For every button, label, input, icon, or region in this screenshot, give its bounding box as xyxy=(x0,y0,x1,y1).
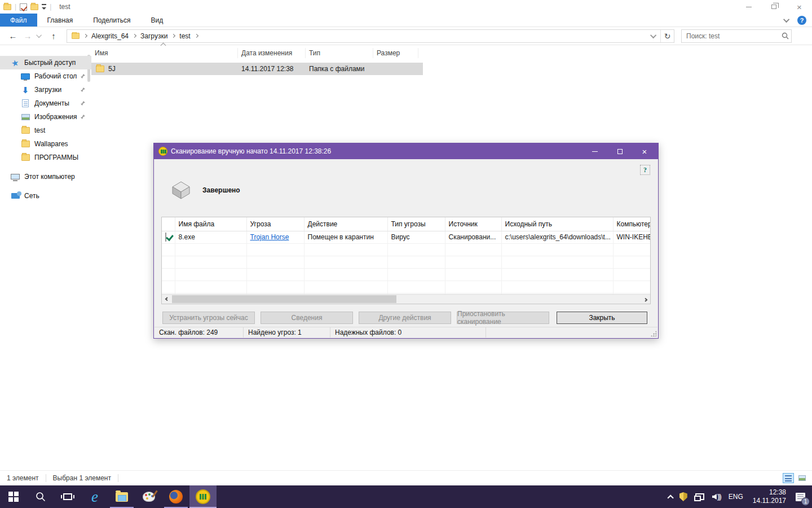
tab-view[interactable]: Вид xyxy=(140,14,173,27)
refresh-icon[interactable]: ↻ xyxy=(660,30,674,42)
column-name[interactable]: Имя xyxy=(91,48,238,58)
help-icon[interactable]: ? xyxy=(797,16,806,25)
sidebar-item-documents[interactable]: Документы xyxy=(0,97,91,110)
tab-share[interactable]: Поделиться xyxy=(83,14,140,27)
minimize-button[interactable] xyxy=(736,0,761,14)
task-view-button[interactable] xyxy=(54,485,81,508)
close-icon: × xyxy=(797,3,802,11)
breadcrumb-segment[interactable]: Alexgrits_64 xyxy=(91,32,129,40)
column-action[interactable]: Действие xyxy=(304,217,387,231)
details-view-button[interactable] xyxy=(783,473,794,483)
tab-file[interactable]: Файл xyxy=(0,14,37,27)
dialog-maximize-button[interactable] xyxy=(607,143,632,159)
breadcrumb-segment[interactable]: Загрузки xyxy=(140,32,167,40)
quarantined-file-icon xyxy=(165,233,166,242)
dialog-minimize-button[interactable] xyxy=(582,143,607,159)
up-button[interactable]: ↑ xyxy=(46,31,61,41)
dialog-titlebar[interactable]: Сканирование вручную начато 14.11.2017 1… xyxy=(154,143,658,159)
tray-network-button[interactable] xyxy=(691,485,708,508)
tab-home[interactable]: Главная xyxy=(37,14,83,27)
scroll-left-icon[interactable] xyxy=(162,295,171,304)
sidebar-item-this-pc[interactable]: Этот компьютер xyxy=(0,170,91,183)
threat-row[interactable]: 8.exe Trojan Horse Помещен в карантин Ви… xyxy=(162,231,651,243)
sidebar-item-test[interactable]: test xyxy=(0,124,91,137)
folder-icon xyxy=(21,141,30,147)
folder-icon xyxy=(72,33,80,39)
sidebar-item-programs[interactable]: ПРОГРАММЫ xyxy=(0,151,91,164)
search-box[interactable] xyxy=(681,29,792,43)
address-bar[interactable]: Alexgrits_64 Загрузки test ↻ xyxy=(67,29,674,43)
sidebar-item-quick-access[interactable]: ★ Быстрый доступ xyxy=(0,56,91,69)
empty-row xyxy=(162,281,651,293)
sidebar-item-pictures[interactable]: Изображения xyxy=(0,110,91,124)
column-icon[interactable] xyxy=(162,217,175,231)
tray-shield-button[interactable] xyxy=(676,485,691,508)
column-headers: Имя Дата изменения Тип Размер xyxy=(91,46,812,60)
taskbar-ie-button[interactable]: e xyxy=(81,485,108,508)
recent-locations-icon[interactable] xyxy=(35,34,44,38)
ribbon-tabs: Файл Главная Поделиться Вид ? xyxy=(0,14,812,27)
dialog-help-icon[interactable]: ? xyxy=(640,165,650,175)
column-date-modified[interactable]: Дата изменения xyxy=(238,48,306,58)
new-folder-icon[interactable] xyxy=(30,4,38,10)
pause-scan-button: Приостановить сканирование xyxy=(457,312,549,324)
column-type[interactable]: Тип xyxy=(306,48,373,58)
sidebar-item-downloads[interactable]: ⬇ Загрузки xyxy=(0,83,91,97)
thumbnails-view-button[interactable] xyxy=(796,473,807,483)
taskbar-escan-button[interactable] xyxy=(189,485,217,508)
column-source[interactable]: Источник xyxy=(445,217,501,231)
escan-logo-icon xyxy=(158,147,167,156)
column-path[interactable]: Исходный путь xyxy=(501,217,613,231)
threat-source: Сканировани... xyxy=(445,231,501,243)
sidebar-item-wallapares[interactable]: Wallapares xyxy=(0,137,91,151)
speaker-waves-icon: ))) xyxy=(717,493,721,501)
dialog-statusbar: Скан. файлов: 249 Найдено угроз: 1 Надеж… xyxy=(155,327,657,338)
clock[interactable]: 12:38 14.11.2017 xyxy=(747,488,792,505)
table-header-row: Имя файла Угроза Действие Тип угрозы Ист… xyxy=(162,217,651,231)
dialog-close-button[interactable]: × xyxy=(632,143,657,159)
action-center-button[interactable]: 1 xyxy=(792,485,812,508)
taskbar-explorer-button[interactable] xyxy=(108,485,135,508)
language-indicator[interactable]: ENG xyxy=(725,485,747,508)
column-size[interactable]: Размер xyxy=(373,48,418,58)
escan-icon xyxy=(196,489,210,504)
taskbar-search-button[interactable] xyxy=(27,485,54,508)
horizontal-scrollbar[interactable] xyxy=(162,294,650,304)
back-button[interactable]: ← xyxy=(6,31,20,41)
file-row-selected[interactable]: 5J 14.11.2017 12:38 Папка с файлами xyxy=(91,63,423,75)
close-button[interactable]: × xyxy=(787,0,812,14)
time: 12:38 xyxy=(753,488,786,497)
scan-status-label: Завершено xyxy=(202,186,240,194)
resize-grip[interactable] xyxy=(651,331,656,336)
properties-icon[interactable] xyxy=(20,3,27,11)
sidebar-item-desktop[interactable]: Рабочий стол xyxy=(0,69,91,83)
expand-ribbon-icon[interactable] xyxy=(783,16,789,23)
threats-found-stat: Найдено угроз: 1 xyxy=(244,327,330,338)
disk-icon xyxy=(171,181,191,200)
start-button[interactable] xyxy=(0,485,27,508)
tray-volume-button[interactable]: ))) xyxy=(708,485,725,508)
quick-access-star-icon: ★ xyxy=(11,58,20,67)
breadcrumb-segment[interactable]: test xyxy=(179,32,190,40)
pictures-icon xyxy=(21,114,30,120)
file-explorer-icon xyxy=(116,492,128,502)
threat-name-link[interactable]: Trojan Horse xyxy=(250,233,289,241)
restore-button[interactable] xyxy=(761,0,787,14)
separator xyxy=(118,474,118,482)
column-threat[interactable]: Угроза xyxy=(246,217,304,231)
address-dropdown-icon[interactable] xyxy=(648,30,660,42)
search-icon[interactable] xyxy=(779,32,791,40)
column-filename[interactable]: Имя файла xyxy=(175,217,246,231)
scrollbar-thumb[interactable] xyxy=(172,295,396,303)
search-input[interactable] xyxy=(682,32,779,40)
threat-path: c:\users\alexgrits_64\downloads\t... xyxy=(501,231,613,243)
scroll-right-icon[interactable] xyxy=(641,295,650,304)
customize-qat-button[interactable] xyxy=(42,4,46,10)
sidebar-item-network[interactable]: Сеть xyxy=(0,189,91,203)
tray-expand-button[interactable] xyxy=(663,485,676,508)
close-scan-button[interactable]: Закрыть xyxy=(557,312,647,324)
taskbar-paint-button[interactable] xyxy=(135,485,162,508)
column-threat-type[interactable]: Тип угрозы xyxy=(387,217,445,231)
taskbar-firefox-button[interactable] xyxy=(162,485,189,508)
column-computer[interactable]: Компьютер xyxy=(613,217,651,231)
